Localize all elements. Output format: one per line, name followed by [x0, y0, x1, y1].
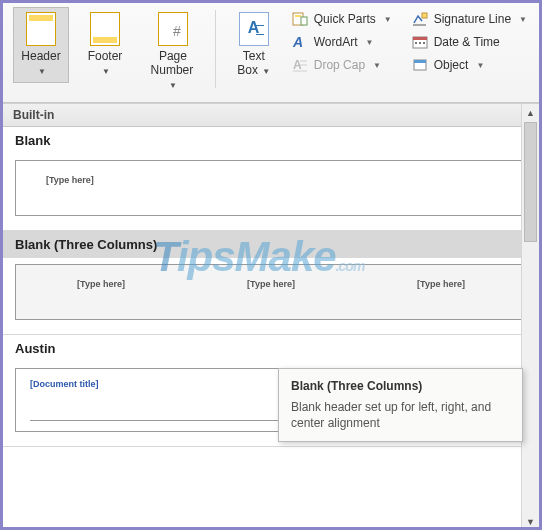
header-gallery: Built-in Blank [Type here] Blank (Three …: [3, 103, 539, 530]
chevron-down-icon: ▼: [260, 67, 270, 76]
svg-rect-9: [422, 13, 427, 18]
page-number-icon: #: [158, 12, 188, 46]
object-button[interactable]: Object▼: [406, 55, 533, 75]
header-icon: [26, 12, 56, 46]
drop-cap-label: Drop Cap: [314, 58, 365, 72]
object-icon: [412, 57, 428, 73]
tooltip-title: Blank (Three Columns): [291, 379, 510, 393]
date-time-icon: [412, 34, 428, 50]
object-label: Object: [434, 58, 469, 72]
gallery-heading: Built-in: [3, 104, 539, 127]
svg-rect-11: [413, 37, 427, 40]
signature-line-label: Signature Line: [434, 12, 511, 26]
header-label: Header: [21, 49, 60, 63]
svg-rect-1: [295, 15, 301, 17]
date-time-button[interactable]: Date & Time: [406, 32, 533, 52]
svg-rect-13: [419, 42, 421, 44]
quick-parts-label: Quick Parts: [314, 12, 376, 26]
document-title-placeholder: [Document title]: [30, 379, 99, 389]
placeholder-text: [Type here]: [247, 279, 295, 289]
scroll-thumb[interactable]: [524, 122, 537, 242]
svg-rect-16: [414, 60, 426, 63]
text-box-icon: A: [239, 12, 269, 46]
drop-cap-icon: A: [292, 57, 308, 73]
page-number-label: PageNumber: [151, 49, 194, 77]
scroll-down-button[interactable]: ▼: [522, 513, 539, 530]
footer-label: Footer: [88, 49, 123, 63]
gallery-item-title: Blank: [3, 127, 539, 154]
drop-cap-button: A Drop Cap▼: [286, 55, 398, 75]
wordart-button[interactable]: A WordArt▼: [286, 32, 398, 52]
gallery-item-title: Austin: [3, 335, 539, 362]
quick-parts-button[interactable]: Quick Parts▼: [286, 9, 398, 29]
svg-rect-14: [423, 42, 425, 44]
placeholder-text: [Type here]: [46, 175, 94, 185]
chevron-down-icon: ▼: [366, 38, 374, 47]
svg-rect-2: [301, 17, 307, 25]
gallery-item-title: Blank (Three Columns): [3, 231, 539, 258]
ribbon: Header▼ Footer▼ # PageNumber ▼ A TextBox…: [3, 3, 539, 103]
chevron-down-icon: ▼: [384, 15, 392, 24]
gallery-preview: [Type here] [Type here] [Type here]: [15, 264, 527, 320]
tooltip-body: Blank header set up for left, right, and…: [291, 399, 510, 431]
page-number-button[interactable]: # PageNumber ▼: [141, 7, 205, 96]
chevron-down-icon: ▼: [102, 67, 110, 76]
chevron-down-icon: ▼: [169, 81, 177, 90]
scroll-up-button[interactable]: ▲: [522, 104, 539, 122]
placeholder-text: [Type here]: [77, 279, 125, 289]
chevron-down-icon: ▼: [373, 61, 381, 70]
placeholder-text: [Type here]: [417, 279, 465, 289]
footer-icon: [90, 12, 120, 46]
chevron-down-icon: ▼: [38, 67, 46, 76]
gallery-item-blank[interactable]: Blank [Type here]: [3, 127, 539, 231]
scrollbar[interactable]: ▲ ▼: [521, 104, 539, 530]
gallery-preview: [Type here]: [15, 160, 527, 216]
date-time-label: Date & Time: [434, 35, 500, 49]
quick-parts-icon: [292, 11, 308, 27]
header-button[interactable]: Header▼: [13, 7, 69, 83]
svg-rect-12: [415, 42, 417, 44]
signature-line-button[interactable]: Signature Line▼: [406, 9, 533, 29]
separator: [215, 10, 216, 88]
text-box-button[interactable]: A TextBox ▼: [226, 7, 282, 83]
chevron-down-icon: ▼: [519, 15, 527, 24]
wordart-icon: A: [292, 34, 308, 50]
wordart-label: WordArt: [314, 35, 358, 49]
gallery-item-blank-three-columns[interactable]: Blank (Three Columns) [Type here] [Type …: [3, 231, 539, 335]
footer-button[interactable]: Footer▼: [77, 7, 133, 83]
chevron-down-icon: ▼: [476, 61, 484, 70]
tooltip: Blank (Three Columns) Blank header set u…: [278, 368, 523, 442]
svg-text:A: A: [292, 34, 303, 50]
signature-line-icon: [412, 11, 428, 27]
